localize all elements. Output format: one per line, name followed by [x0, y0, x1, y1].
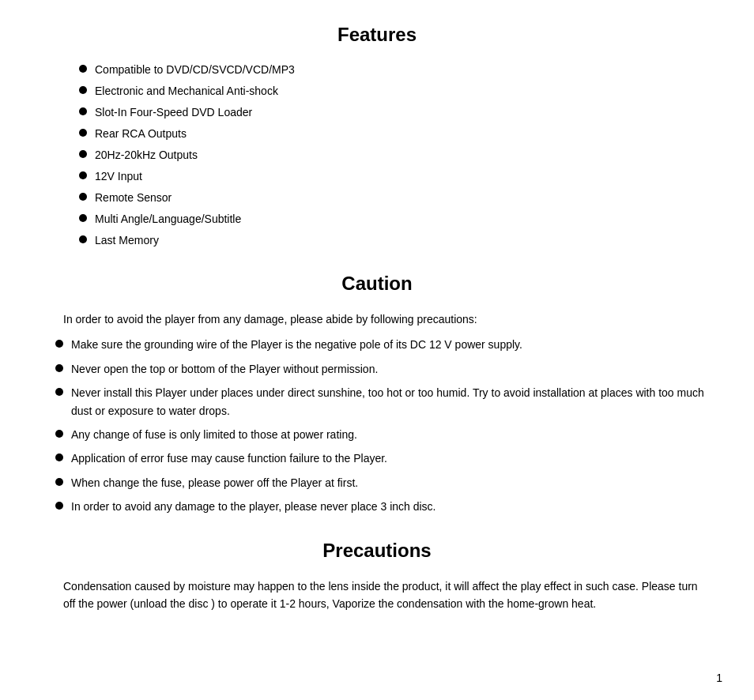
list-item: Any change of fuse is only limited to th… [55, 426, 707, 443]
bullet-icon [79, 171, 87, 179]
list-item: Never install this Player under places u… [55, 384, 707, 420]
features-list: Compatible to DVD/CD/SVCD/VCD/MP3 Electr… [79, 62, 707, 249]
bullet-icon [55, 364, 63, 372]
precautions-section: Precautions Condensation caused by moist… [47, 540, 707, 613]
bullet-icon [79, 235, 87, 243]
precautions-title: Precautions [47, 540, 707, 562]
caution-title: Caution [47, 273, 707, 295]
list-item: Last Memory [79, 232, 707, 249]
feature-text: Last Memory [95, 232, 159, 249]
features-section: Features Compatible to DVD/CD/SVCD/VCD/M… [47, 24, 707, 249]
precautions-text: Condensation caused by moisture may happ… [63, 578, 707, 613]
caution-intro: In order to avoid the player from any da… [63, 310, 707, 328]
feature-text: Rear RCA Outputs [95, 126, 187, 142]
feature-text: 20Hz-20kHz Outputs [95, 147, 198, 164]
caution-text: Application of error fuse may cause func… [71, 450, 707, 467]
bullet-icon [79, 193, 87, 201]
list-item: In order to avoid any damage to the play… [55, 498, 707, 515]
bullet-icon [55, 453, 63, 461]
page-number: 1 [716, 672, 722, 684]
list-item: Make sure the grounding wire of the Play… [55, 336, 707, 353]
caution-text: When change the fuse, please power off t… [71, 474, 707, 491]
list-item: Electronic and Mechanical Anti-shock [79, 83, 707, 100]
caution-text: Make sure the grounding wire of the Play… [71, 336, 707, 353]
bullet-icon [55, 502, 63, 510]
list-item: Rear RCA Outputs [79, 126, 707, 142]
list-item: 12V Input [79, 168, 707, 185]
list-item: When change the fuse, please power off t… [55, 474, 707, 491]
list-item: 20Hz-20kHz Outputs [79, 147, 707, 164]
list-item: Never open the top or bottom of the Play… [55, 360, 707, 378]
feature-text: 12V Input [95, 168, 142, 185]
caution-section: Caution In order to avoid the player fro… [47, 273, 707, 516]
bullet-icon [55, 340, 63, 348]
caution-list: Make sure the grounding wire of the Play… [55, 336, 707, 515]
feature-text: Electronic and Mechanical Anti-shock [95, 83, 278, 100]
bullet-icon [79, 129, 87, 137]
bullet-icon [79, 150, 87, 158]
list-item: Application of error fuse may cause func… [55, 450, 707, 467]
bullet-icon [79, 86, 87, 94]
list-item: Multi Angle/Language/Subtitle [79, 211, 707, 228]
feature-text: Compatible to DVD/CD/SVCD/VCD/MP3 [95, 62, 295, 78]
list-item: Remote Sensor [79, 190, 707, 206]
features-title: Features [47, 24, 707, 46]
bullet-icon [55, 478, 63, 486]
bullet-icon [79, 214, 87, 222]
feature-text: Multi Angle/Language/Subtitle [95, 211, 241, 228]
list-item: Slot-In Four-Speed DVD Loader [79, 104, 707, 121]
feature-text: Remote Sensor [95, 190, 172, 206]
bullet-icon [55, 430, 63, 438]
caution-text: In order to avoid any damage to the play… [71, 498, 707, 515]
bullet-icon [79, 107, 87, 115]
caution-text: Any change of fuse is only limited to th… [71, 426, 707, 443]
caution-text: Never install this Player under places u… [71, 384, 707, 420]
feature-text: Slot-In Four-Speed DVD Loader [95, 104, 252, 121]
list-item: Compatible to DVD/CD/SVCD/VCD/MP3 [79, 62, 707, 78]
caution-text: Never open the top or bottom of the Play… [71, 360, 707, 378]
bullet-icon [79, 65, 87, 73]
bullet-icon [55, 388, 63, 396]
